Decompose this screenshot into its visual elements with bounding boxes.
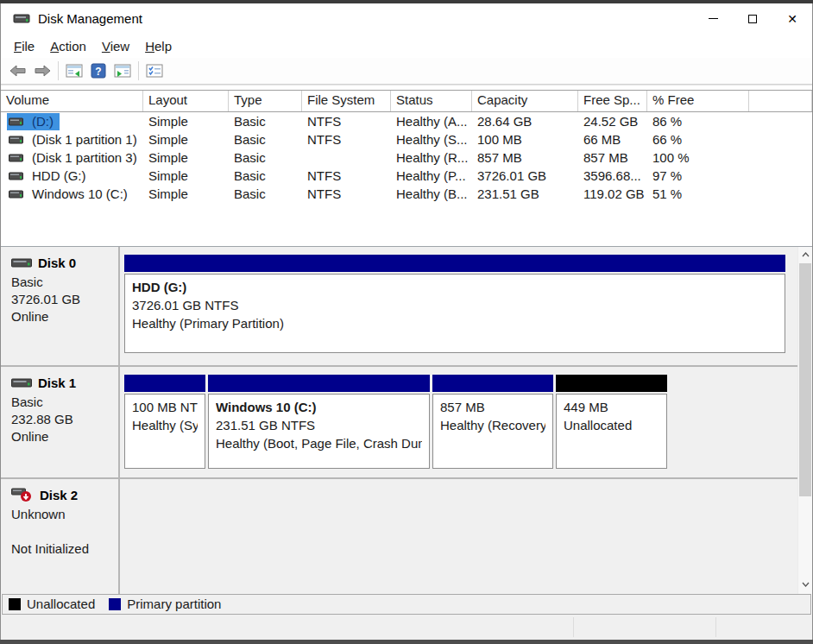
partition-hdd-g[interactable]: HDD (G:) 3726.01 GB NTFS Healthy (Primar… <box>124 255 785 365</box>
cell-layout: Simple <box>143 132 229 147</box>
cell-free-space: 3596.68... <box>578 168 647 183</box>
partition-system[interactable]: 100 MB NTI Healthy (Sy: <box>124 375 205 477</box>
volume-name: (D:) <box>28 114 58 129</box>
column-header-volume[interactable]: Volume <box>1 91 143 111</box>
partition-windows10-c[interactable]: Windows 10 (C:) 231.51 GB NTFS Healthy (… <box>208 375 430 477</box>
scroll-up-button[interactable] <box>798 247 812 262</box>
column-header-percent-free[interactable]: % Free <box>647 91 749 111</box>
toolbar: ? <box>1 58 812 85</box>
volume-row-windows10-c[interactable]: Windows 10 (C:) Simple Basic NTFS Health… <box>1 185 812 203</box>
disk-status: Online <box>11 428 113 445</box>
forward-button[interactable] <box>30 60 54 82</box>
column-header-file-system[interactable]: File System <box>302 91 391 111</box>
disk-management-window: Disk Management ✕ File Action View Help <box>0 3 813 640</box>
disk-drive-icon <box>13 12 30 25</box>
volume-name: HDD (G:) <box>28 168 91 184</box>
action-pane-icon <box>114 64 131 78</box>
partition-stripe-primary <box>124 375 205 392</box>
status-bar <box>1 615 812 640</box>
chevron-up-icon <box>802 252 810 257</box>
spacer <box>11 523 113 540</box>
disk-1-label[interactable]: Disk 1 Basic 232.88 GB Online <box>1 367 120 477</box>
partition-title: Windows 10 (C:) <box>216 398 422 416</box>
partition-status: Healthy (Recovery <box>440 416 545 434</box>
help-icon: ? <box>91 63 106 79</box>
column-header-capacity[interactable]: Capacity <box>472 91 578 111</box>
status-bar-divider <box>715 617 716 637</box>
partition-stripe-primary <box>208 375 430 392</box>
cell-capacity: 231.51 GB <box>472 186 578 201</box>
cell-file-system: NTFS <box>302 168 391 183</box>
disk-2-partitions <box>120 479 812 594</box>
menu-action[interactable]: Action <box>42 36 94 56</box>
volume-icon <box>9 172 23 180</box>
volume-icon <box>9 117 23 126</box>
disk-1-row: Disk 1 Basic 232.88 GB Online 100 MB NTI… <box>1 367 812 479</box>
partition-recovery[interactable]: 857 MB Healthy (Recovery <box>432 375 553 477</box>
column-header-layout[interactable]: Layout <box>143 91 229 111</box>
cell-free-space: 66 MB <box>578 132 647 147</box>
screen: Disk Management ✕ File Action View Help <box>0 0 813 644</box>
column-header-status[interactable]: Status <box>391 91 472 111</box>
partition-body: 100 MB NTI Healthy (Sy: <box>124 394 205 469</box>
disk-drive-icon <box>11 377 32 388</box>
back-button[interactable] <box>6 60 30 82</box>
partition-stripe-unallocated <box>556 375 667 392</box>
disk-size: 232.88 GB <box>11 411 113 428</box>
cell-capacity: 28.64 GB <box>472 114 578 129</box>
minimize-button[interactable] <box>693 3 733 34</box>
volume-row-disk1-partition3[interactable]: (Disk 1 partition 3) Simple Basic Health… <box>1 148 812 167</box>
menu-view[interactable]: View <box>94 36 137 56</box>
volume-row-hdd-g[interactable]: HDD (G:) Simple Basic NTFS Healthy (P...… <box>1 167 812 185</box>
status-bar-divider <box>573 617 574 637</box>
partition-stripe-primary <box>432 375 553 392</box>
disk-type: Unknown <box>11 506 113 523</box>
close-button[interactable]: ✕ <box>772 3 812 34</box>
scroll-down-button[interactable] <box>798 577 812 591</box>
properties-button[interactable] <box>142 60 167 82</box>
disk-graphical-pane: Disk 0 Basic 3726.01 GB Online HDD (G:) … <box>1 246 812 594</box>
vertical-scrollbar[interactable] <box>797 247 812 594</box>
scrollbar-thumb[interactable] <box>799 263 811 496</box>
cell-layout: Simple <box>143 186 229 201</box>
column-header-type[interactable]: Type <box>229 91 302 111</box>
cell-status: Healthy (R... <box>391 150 472 165</box>
cell-capacity: 100 MB <box>472 132 578 147</box>
volume-icon <box>9 154 23 162</box>
cell-file-system: NTFS <box>302 114 391 129</box>
toolbar-separator <box>58 61 59 80</box>
cell-capacity: 3726.01 GB <box>472 168 578 183</box>
show-action-pane-button[interactable] <box>110 60 135 82</box>
disk-0-partitions: HDD (G:) 3726.01 GB NTFS Healthy (Primar… <box>120 247 812 365</box>
partition-size: 449 MB <box>564 398 659 416</box>
disk-status: Not Initialized <box>11 540 113 558</box>
volume-list-pane: Volume Layout Type File System Status Ca… <box>1 85 812 246</box>
cell-percent-free: 66 % <box>647 132 749 147</box>
volume-row-disk1-partition1[interactable]: (Disk 1 partition 1) Simple Basic NTFS H… <box>1 130 812 148</box>
cell-layout: Simple <box>143 114 229 129</box>
help-button[interactable]: ? <box>86 60 110 82</box>
cell-capacity: 857 MB <box>472 150 578 165</box>
volume-icon <box>9 190 23 199</box>
caption-buttons: ✕ <box>693 3 812 34</box>
menu-help[interactable]: Help <box>137 36 180 56</box>
partition-status: Healthy (Boot, Page File, Crash Dum <box>216 434 422 452</box>
maximize-button[interactable] <box>733 3 772 34</box>
cell-percent-free: 97 % <box>647 168 749 183</box>
show-console-tree-button[interactable] <box>62 60 86 82</box>
column-header-free-space[interactable]: Free Sp... <box>578 91 647 111</box>
partition-stripe-primary <box>124 255 785 272</box>
partition-status: Healthy (Primary Partition) <box>132 314 778 332</box>
legend-label-primary-partition: Primary partition <box>127 597 221 611</box>
partition-status: Healthy (Sy: <box>132 416 198 434</box>
cell-status: Healthy (S... <box>391 132 472 147</box>
close-icon: ✕ <box>787 13 797 25</box>
partition-title: HDD (G:) <box>132 278 778 296</box>
volume-row-d[interactable]: (D:) Simple Basic NTFS Healthy (A... 28.… <box>1 112 812 130</box>
disk-type: Basic <box>11 274 113 291</box>
cell-layout: Simple <box>143 150 229 165</box>
disk-2-label[interactable]: Disk 2 Unknown Not Initialized <box>1 479 120 594</box>
partition-unallocated[interactable]: 449 MB Unallocated <box>556 375 667 477</box>
menu-file[interactable]: File <box>6 36 42 56</box>
disk-0-label[interactable]: Disk 0 Basic 3726.01 GB Online <box>1 247 120 365</box>
